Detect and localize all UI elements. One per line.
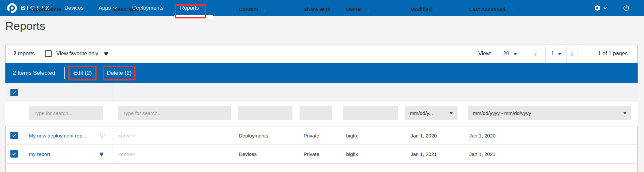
heart-icon: ♥ [104,50,108,58]
caret-down-icon [514,53,517,55]
gear-icon [594,4,601,12]
column-header-last-accessed[interactable]: Last Accessed ↑↓ [469,0,514,18]
edit-button-label: Edit (2) [73,70,92,76]
report-count-number: 2 [13,51,16,56]
prev-page-button[interactable]: ‹ [534,50,537,57]
select-all-checkbox[interactable] [10,89,18,96]
edit-button[interactable]: Edit (2) [68,66,97,80]
sort-icon: ↑↓ [435,7,438,12]
report-name-link[interactable]: my report [29,145,50,163]
row-checkbox[interactable] [10,132,18,139]
description-cell: <none> [118,145,135,163]
settings-menu[interactable] [594,0,607,16]
delete-button-label: Delete (2) [107,70,132,76]
caret-down-icon [623,112,627,114]
modified-date-filter[interactable]: mm/dd/y... [405,106,458,120]
last-accessed-date-placeholder: mm/dd/yyyy - mm/dd/yyyy [473,110,623,116]
nav-item-apps-label: Apps [99,5,111,11]
table-bottom-border [5,168,638,168]
logout-button[interactable] [623,0,630,16]
favorite-filter-label: View favorite only [56,51,98,57]
content-cell: Devices [239,145,257,163]
favorite-filter-checkbox[interactable] [45,50,52,57]
share-with-cell: Private [304,145,319,163]
next-page-button[interactable]: › [570,50,574,57]
page-size-select[interactable]: 20 [503,51,517,57]
content-search-input[interactable] [238,106,292,120]
owner-search-input[interactable] [343,106,398,120]
modified-cell: Jan 1, 2020 [411,126,437,145]
column-header-modified[interactable]: Modified ↑↓ [411,0,438,18]
toolbar-divider [566,47,567,63]
description-search-input[interactable] [118,106,231,120]
description-cell: <none> [118,126,135,145]
power-icon [623,4,630,12]
selected-count-label: 2 Items Selected [13,70,55,76]
view-label: View: [478,51,491,57]
current-page-value: 1 [551,51,554,56]
owner-cell: bigfix [346,126,358,145]
page-size-value: 20 [503,51,509,56]
sort-icon: ↑↓ [366,7,369,12]
report-count: 2 reports [13,51,35,57]
toolbar-divider [528,47,528,63]
column-header-owner[interactable]: Owner ↑↓ [346,0,369,18]
report-name-search-input[interactable] [29,106,103,120]
annotation-box-reports [175,4,206,18]
owner-cell: bigfix [346,145,358,163]
chevron-down-icon [603,7,607,9]
column-label: Content [239,6,259,12]
selection-bar [5,63,638,83]
toolbar-divider [545,47,546,63]
page-title: Reports [5,19,45,33]
row-divider [5,145,638,145]
caret-down-icon [558,53,561,55]
delete-button[interactable]: Delete (2) [103,66,136,80]
report-count-suffix: reports [18,51,35,56]
page-summary: 1 of 1 pages [588,51,638,57]
column-header-description: Description [114,0,143,18]
last-accessed-cell: Jan 1, 2020 [469,126,495,145]
modified-cell: Jan 1, 2021 [411,145,437,163]
share-with-cell: Private [304,126,319,145]
content-cell: Deployments [239,126,268,145]
column-header-content[interactable]: Content ↑↓ [239,0,265,18]
toolbar-divider [578,47,578,63]
column-header-report-name[interactable]: Report Name ↑↓ [29,0,67,18]
table-header-row [5,83,638,102]
column-header-share-with: Share With [304,0,331,18]
current-page-select[interactable]: 1 [551,51,561,57]
row-divider [5,163,638,164]
row-divider [5,126,638,126]
column-label: Owner [346,6,362,12]
favorite-heart-filled-icon[interactable]: ♥ [99,150,104,159]
row-checkbox[interactable] [10,150,18,158]
caret-down-icon [449,112,453,114]
sort-icon: ↑↓ [262,7,265,12]
last-accessed-date-filter[interactable]: mm/dd/yyyy - mm/dd/yyyy [468,106,631,120]
selection-bar-divider [64,67,65,79]
share-with-search-input[interactable] [300,106,332,120]
sort-icon: ↑↓ [64,7,67,12]
column-label: Report Name [29,6,61,12]
last-accessed-cell: Jan 1, 2021 [469,145,495,163]
sort-icon: ↑↓ [511,7,514,12]
column-label: Description [114,6,143,12]
report-name-link[interactable]: My new deployment rep... [29,126,87,145]
column-label: Share With [304,6,331,12]
bigfix-logo-icon [6,2,18,14]
bigfix-reports-page: BIGFIX Devices Apps Deployments Reports [0,0,644,172]
column-label: Modified [411,6,432,12]
modified-date-placeholder: mm/dd/y... [410,110,449,116]
column-label: Last Accessed [469,6,505,12]
favorite-heart-outline-icon[interactable]: ♡ [99,131,106,140]
